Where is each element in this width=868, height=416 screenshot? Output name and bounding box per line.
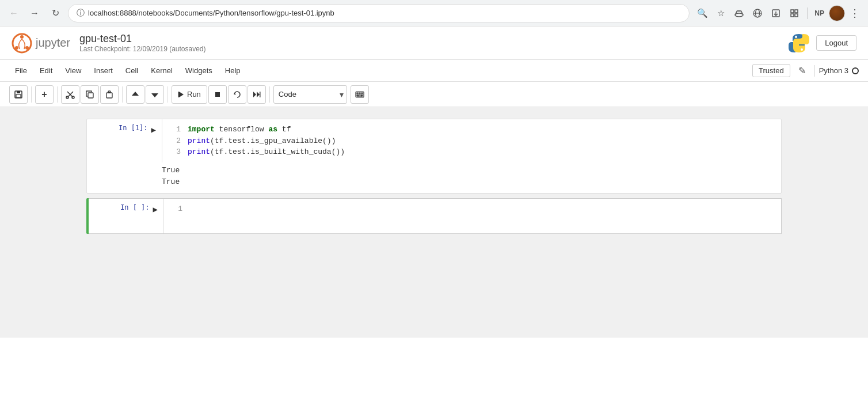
svg-rect-38 [357, 93, 358, 94]
line-num-2: 2 [169, 135, 181, 147]
svg-point-12 [20, 35, 24, 39]
svg-rect-19 [16, 94, 21, 97]
address-bar[interactable]: ⓘ localhost:8888/notebooks/Documents/Pyt… [68, 4, 690, 22]
copy-button[interactable] [81, 85, 99, 104]
paste-button[interactable] [100, 85, 119, 104]
line-num-3: 3 [169, 146, 181, 158]
svg-rect-10 [795, 14, 798, 17]
jupyter-container: jupyter gpu-test-01 Last Checkpoint: 12/… [0, 27, 868, 416]
address-text: localhost:8888/notebooks/Documents/Pytho… [88, 9, 681, 17]
pencil-button[interactable]: ✎ [795, 64, 809, 77]
svg-marker-30 [179, 92, 184, 97]
save-button[interactable] [9, 85, 28, 104]
menu-item-edit[interactable]: Edit [34, 64, 58, 77]
reload-button[interactable]: ↻ [47, 5, 63, 21]
code-line-2: 2 print (tf.test.is_gpu_available()) [169, 135, 774, 147]
cell-2-line-num-1: 1 [171, 203, 182, 215]
cell-2-run-indicator[interactable]: ▶ [153, 205, 158, 214]
menu-item-insert[interactable]: Insert [88, 64, 119, 77]
svg-point-15 [795, 36, 797, 38]
svg-point-16 [801, 48, 803, 51]
cell-1-code: 1 import tensorflow as tf 2 print (tf.te… [162, 119, 781, 162]
menu-item-widgets[interactable]: Widgets [180, 64, 218, 77]
fn-print-1: print [188, 135, 210, 147]
jupyter-topbar: jupyter gpu-test-01 Last Checkpoint: 12/… [0, 27, 868, 60]
download-icon[interactable] [768, 5, 784, 21]
back-button[interactable]: ← [6, 5, 22, 21]
kernel-info: Python 3 [819, 66, 859, 75]
menu-item-view[interactable]: View [59, 64, 87, 77]
stop-button[interactable] [208, 85, 227, 104]
cell-2-prompt-text: In [ ]: [120, 203, 150, 211]
cell-type-wrapper[interactable]: Code Markdown Raw NBConvert Heading [273, 85, 347, 104]
np-label: NP [812, 9, 827, 17]
info-icon: ⓘ [77, 8, 85, 18]
toolbar: + [0, 82, 868, 107]
svg-point-1 [737, 10, 741, 12]
keyword-as: as [268, 124, 277, 135]
cell-2-container: In [ ]: ▶ 1 [89, 199, 781, 233]
svg-rect-40 [361, 93, 363, 94]
forward-button[interactable]: → [26, 5, 43, 21]
svg-point-13 [25, 46, 29, 50]
add-cell-button[interactable]: + [35, 85, 54, 104]
cell-1-content[interactable]: 1 import tensorflow as tf 2 print (tf.te… [162, 119, 781, 162]
logout-button[interactable]: Logout [816, 35, 856, 51]
menu-item-kernel[interactable]: Kernel [145, 64, 178, 77]
svg-rect-36 [260, 92, 261, 97]
notebook-content: In [1]: ▶ 1 import tensorflow as tf [77, 119, 791, 234]
svg-rect-32 [215, 92, 220, 97]
chrome-divider [807, 7, 808, 19]
search-icon-btn[interactable]: 🔍 [694, 5, 710, 21]
svg-rect-39 [359, 93, 360, 94]
svg-point-0 [735, 13, 743, 17]
move-up-button[interactable] [126, 85, 144, 104]
svg-rect-7 [791, 10, 794, 13]
cell-1-prompt-text: In [1]: [119, 124, 148, 132]
menu-item-file[interactable]: File [9, 64, 33, 77]
svg-marker-34 [253, 92, 256, 97]
toolbar-sep-5 [269, 86, 270, 103]
trusted-button[interactable]: Trusted [752, 64, 790, 77]
browser-actions: 🔍 ☆ [694, 5, 862, 22]
cut-button[interactable] [61, 85, 79, 104]
jupyter-logo: jupyter [12, 33, 70, 54]
menu-item-cell[interactable]: Cell [120, 64, 144, 77]
cell-2-content[interactable]: 1 [163, 199, 781, 233]
svg-rect-18 [17, 91, 20, 93]
keyboard-shortcuts-button[interactable] [351, 85, 369, 104]
translate-icon[interactable] [749, 5, 766, 21]
cell-2-wrapper[interactable]: In [ ]: ▶ 1 [86, 198, 782, 234]
cell-1-run-indicator[interactable]: ▶ [151, 125, 156, 134]
chrome-menu-button[interactable]: ⋮ [847, 5, 862, 22]
topbar-right: Logout [789, 33, 856, 54]
svg-point-14 [15, 46, 18, 50]
drive-icon[interactable] [731, 5, 747, 21]
browser-chrome: ← → ↻ ⓘ localhost:8888/notebooks/Documen… [0, 0, 868, 27]
move-down-button[interactable] [146, 85, 164, 104]
menu-bar: File Edit View Insert Cell Kernel Widget… [0, 60, 868, 82]
notebook-title[interactable]: gpu-test-01 [79, 33, 205, 45]
line-num-1: 1 [169, 124, 181, 135]
restart-button[interactable] [228, 85, 246, 104]
code-line-1: 1 import tensorflow as tf [169, 124, 774, 135]
bookmark-button[interactable]: ☆ [713, 5, 729, 21]
output-line-1: True [162, 165, 774, 177]
run-button[interactable]: Run [172, 85, 207, 104]
restart-run-button[interactable] [248, 85, 266, 104]
extensions-icon[interactable] [786, 5, 802, 21]
kernel-name: Python 3 [819, 66, 848, 75]
menu-items: File Edit View Insert Cell Kernel Widget… [9, 64, 752, 77]
svg-rect-42 [358, 95, 361, 96]
keyword-import: import [188, 124, 215, 135]
toolbar-sep-3 [122, 86, 123, 103]
cell-1[interactable]: In [1]: ▶ 1 import tensorflow as tf [86, 119, 782, 194]
menu-item-help[interactable]: Help [219, 64, 246, 77]
cell-2-prompt: In [ ]: ▶ [89, 199, 163, 233]
cell-2[interactable]: In [ ]: ▶ 1 [89, 198, 782, 234]
jupyter-logo-icon [12, 33, 32, 54]
menu-bar-right: Trusted ✎ Python 3 [752, 64, 859, 77]
cell-1-container: In [1]: ▶ 1 import tensorflow as tf [87, 119, 781, 162]
cell-type-select[interactable]: Code Markdown Raw NBConvert Heading [273, 85, 347, 104]
profile-avatar[interactable] [829, 5, 845, 21]
